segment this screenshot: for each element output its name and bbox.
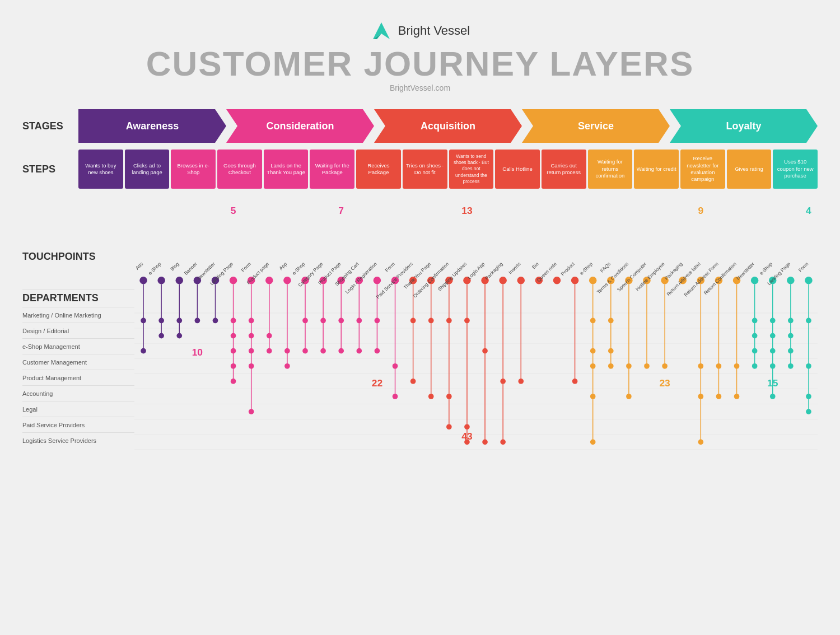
svg-text:10: 10 (192, 347, 203, 358)
steps-container: Wants to buy new shoes Clicks ad to land… (78, 150, 818, 189)
svg-point-182 (734, 363, 740, 369)
svg-point-92 (393, 394, 398, 399)
svg-point-61 (284, 363, 290, 369)
step-7: Receives Package (356, 150, 401, 189)
stage-service: Service (522, 109, 670, 143)
dept-accounting: Accounting (22, 385, 134, 401)
svg-point-151 (608, 363, 614, 369)
svg-text:23: 23 (659, 377, 670, 389)
svg-text:7: 7 (338, 205, 344, 216)
svg-point-129 (518, 379, 524, 384)
svg-point-196 (770, 348, 776, 354)
svg-point-91 (393, 363, 398, 369)
svg-point-47 (249, 318, 254, 324)
svg-point-172 (698, 394, 703, 399)
svg-point-211 (806, 363, 811, 369)
svg-text:Ads: Ads (134, 261, 144, 271)
svg-point-198 (770, 394, 776, 399)
step-5: Lands on the Thank You page (264, 150, 309, 189)
svg-point-150 (608, 348, 614, 354)
stage-acquisition: Acquisition (374, 109, 522, 143)
svg-point-34 (213, 318, 218, 324)
touchpoints-chart: Adse-ShopBlogBannerNewsletterLanding Pag… (134, 197, 818, 494)
svg-point-173 (698, 440, 703, 445)
svg-text:Terms & Conditions: Terms & Conditions (596, 261, 630, 295)
touchpoints-title: TOUCHPOINTS (22, 251, 96, 265)
svg-point-188 (752, 333, 758, 339)
svg-text:4: 4 (806, 205, 811, 216)
svg-point-26 (176, 333, 182, 339)
svg-point-213 (806, 409, 811, 414)
svg-point-141 (590, 318, 596, 324)
svg-point-185 (751, 277, 759, 284)
svg-text:Inserts: Inserts (507, 261, 522, 276)
svg-point-119 (482, 348, 488, 354)
svg-text:FAQs: FAQs (599, 261, 612, 274)
svg-point-55 (267, 333, 272, 339)
svg-point-97 (410, 379, 416, 384)
svg-point-190 (752, 363, 758, 369)
svg-text:App: App (278, 261, 288, 271)
dept-customer: Customer Management (22, 354, 134, 370)
svg-point-41 (231, 348, 236, 354)
step-13: Waiting for credit (634, 150, 679, 189)
svg-point-70 (320, 318, 326, 324)
left-labels: TOUCHPOINTS DEPARTMENTS Marketing / Onli… (22, 197, 134, 496)
svg-point-133 (553, 277, 561, 284)
svg-point-40 (231, 333, 236, 339)
svg-point-13 (139, 277, 147, 284)
svg-point-203 (788, 333, 794, 339)
svg-point-212 (806, 394, 811, 399)
svg-point-21 (158, 333, 164, 339)
svg-point-178 (716, 394, 722, 399)
svg-text:Bio: Bio (531, 261, 540, 270)
svg-text:e-Shop: e-Shop (147, 261, 162, 276)
svg-point-87 (375, 348, 380, 354)
svg-point-96 (410, 318, 416, 324)
svg-point-125 (500, 440, 506, 445)
logo-icon (370, 20, 393, 42)
svg-point-53 (265, 277, 273, 284)
svg-text:Form: Form (240, 261, 252, 273)
svg-point-137 (572, 379, 578, 384)
svg-text:5: 5 (231, 205, 236, 216)
svg-point-122 (499, 277, 507, 284)
svg-point-42 (231, 363, 236, 369)
svg-point-30 (195, 318, 200, 324)
svg-point-106 (446, 318, 452, 324)
svg-point-39 (231, 318, 236, 324)
dept-logistics: Logistics Service Providers (22, 432, 134, 448)
svg-text:Product: Product (560, 261, 576, 277)
dept-eshop: e-Shop Management (22, 338, 134, 354)
svg-point-43 (231, 379, 236, 384)
steps-row: STEPS Wants to buy new shoes Clicks ad t… (22, 150, 818, 189)
svg-point-76 (338, 318, 344, 324)
svg-text:9: 9 (698, 205, 703, 216)
svg-point-195 (770, 333, 776, 339)
svg-text:43: 43 (461, 431, 473, 442)
svg-point-142 (590, 348, 596, 354)
main-title: CUSTOMER JOURNEY LAYERS (22, 46, 818, 81)
svg-point-205 (788, 363, 794, 369)
svg-point-58 (283, 277, 291, 284)
dept-marketing: Marketing / Online Marketing (22, 307, 134, 323)
svg-text:Return Confirmation: Return Confirmation (703, 261, 738, 296)
svg-point-155 (626, 363, 632, 369)
svg-point-49 (249, 348, 254, 354)
chart-area: Adse-ShopBlogBannerNewsletterLanding Pag… (134, 197, 818, 496)
svg-point-202 (788, 318, 794, 324)
step-12: Waiting for returns confirmation (588, 150, 633, 189)
svg-point-56 (267, 348, 272, 354)
svg-point-101 (428, 318, 434, 324)
svg-point-71 (320, 348, 326, 354)
svg-point-65 (302, 318, 308, 324)
logo-area: Bright Vessel (22, 20, 818, 42)
step-10: Calls Hotline (495, 150, 540, 189)
svg-point-177 (716, 363, 722, 369)
svg-point-84 (374, 277, 381, 284)
departments-title: DEPARTMENTS (22, 292, 134, 307)
stage-consideration: Consideration (226, 109, 374, 143)
svg-point-20 (158, 318, 164, 324)
svg-text:Form: Form (797, 261, 809, 273)
step-9: Wants to send shoes back · But does not … (449, 150, 494, 189)
